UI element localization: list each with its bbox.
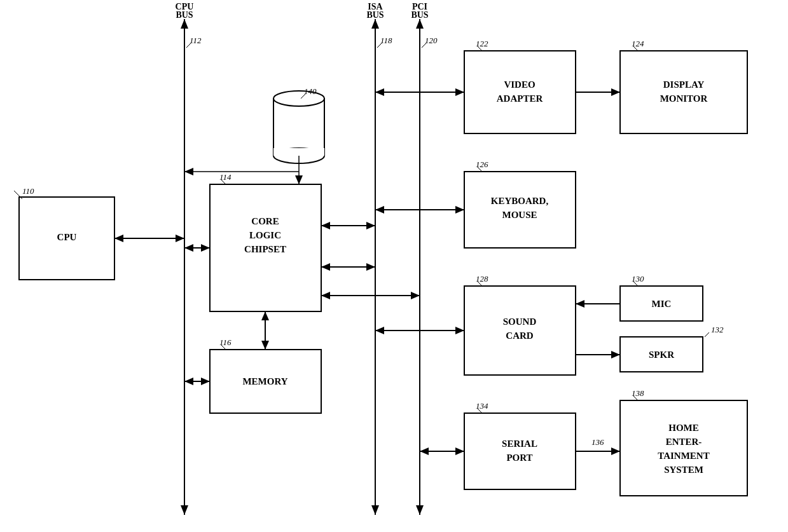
pcibus-serial-arrowleft: [420, 447, 429, 455]
cpu-cpubus-arrowright: [176, 235, 184, 242]
pcibus-ref: 120: [425, 36, 438, 45]
pci-bus-arrow-down: [416, 505, 424, 515]
isa-bus-label2: BUS: [366, 10, 384, 20]
isabus-ref: 118: [380, 36, 392, 45]
core-logic-label1: CORE: [251, 216, 279, 226]
video-adapter-ref: 122: [476, 39, 488, 48]
core-logic-label3: CHIPSET: [244, 244, 286, 254]
storage-ref: 140: [304, 86, 317, 96]
keyboard-mouse-label2: MOUSE: [502, 210, 537, 220]
display-monitor-ref: 124: [632, 39, 644, 48]
cpubus-corelogic-arrowright: [201, 244, 210, 252]
storage-corelogic-arrow: [295, 175, 303, 184]
storage-cpubus-arrow: [184, 168, 193, 175]
display-monitor-box: [620, 51, 747, 133]
isabus-video-arrowleft: [375, 88, 384, 96]
serial-port-ref: 134: [476, 401, 488, 411]
home-ent-label3: TAINMENT: [658, 451, 709, 461]
diagram-container: CPU 110 CPU BUS 112 CORE LOGIC CHIPSET 1…: [0, 0, 788, 532]
isabus-keyboard-arrowright: [455, 206, 464, 214]
sound-card-label2: CARD: [506, 331, 533, 341]
soundcard-mic-arrowleft: [576, 300, 584, 308]
svg-line-5: [377, 43, 382, 48]
corelogic-isabus-arrowright2: [366, 263, 375, 271]
isabus-soundcard-arrowright: [455, 327, 464, 334]
core-logic-ref: 114: [219, 172, 232, 182]
pcibus-serial-arrowright: [455, 447, 464, 455]
video-display-arrow: [611, 88, 620, 96]
corelogic-memory-arrowup: [261, 311, 269, 320]
spkr-label: SPKR: [649, 350, 674, 360]
video-adapter-box: [464, 51, 576, 133]
cpu-label: CPU: [57, 232, 77, 242]
display-monitor-label1: DISPLAY: [663, 79, 705, 90]
cpu-ref: 110: [22, 186, 34, 196]
storage-top: [273, 91, 324, 106]
mic-ref: 130: [632, 274, 644, 283]
memory-cpubus-arrowleft: [184, 378, 193, 385]
corelogic-pcibus-arrowright: [411, 292, 420, 299]
keyboard-mouse-label1: KEYBOARD,: [491, 196, 549, 206]
spkr-ref: 132: [711, 325, 724, 334]
video-adapter-label2: ADAPTER: [497, 93, 543, 104]
serial-port-label2: PORT: [506, 453, 532, 463]
home-ent-label1: HOME: [668, 423, 699, 433]
core-logic-label2: LOGIC: [249, 230, 281, 240]
corelogic-isabus-arrowleft2: [321, 263, 330, 271]
video-adapter-label1: VIDEO: [504, 79, 535, 90]
cpu-bus-arrow-up: [181, 19, 188, 29]
keyboard-mouse-ref: 126: [476, 160, 488, 169]
home-ent-ref: 138: [632, 388, 644, 398]
svg-line-1: [186, 43, 191, 48]
pci-bus-arrow-up: [416, 19, 424, 29]
memory-label: MEMORY: [242, 376, 287, 386]
storage-body: [273, 99, 324, 156]
corelogic-pcibus-arrowleft: [321, 292, 330, 299]
cpu-cpubus-arrowleft: [114, 235, 123, 242]
sound-card-label1: SOUND: [503, 317, 537, 327]
display-monitor-label2: MONITOR: [660, 93, 708, 104]
memory-ref: 116: [219, 338, 232, 347]
cpu-bus-arrow-down: [181, 505, 188, 515]
soundcard-spkr-arrowright: [611, 351, 620, 358]
home-entertainment-box: [620, 400, 747, 496]
cpubus-ref: 112: [190, 36, 202, 45]
home-ent-label4: SYSTEM: [664, 465, 703, 475]
serial-port-label1: SERIAL: [502, 439, 537, 449]
cpu-bus-label2: BUS: [176, 10, 193, 20]
memory-cpubus-arrowright: [201, 378, 210, 385]
corelogic-isabus-arrowleft1: [321, 222, 330, 229]
mic-label: MIC: [652, 299, 672, 309]
svg-line-0: [14, 191, 22, 199]
storage-cover: [273, 148, 324, 156]
pci-bus-label2: BUS: [411, 10, 428, 20]
svg-line-6: [422, 43, 426, 48]
svg-line-12: [705, 332, 709, 337]
corelogic-isabus-arrowright1: [366, 222, 375, 229]
isa-bus-arrow-down: [371, 505, 379, 515]
sound-card-ref: 128: [476, 274, 488, 283]
cpubus-corelogic-arrowleft: [184, 244, 193, 252]
serial-home-arrow: [611, 447, 620, 455]
isabus-keyboard-arrowleft: [375, 206, 384, 214]
corelogic-memory-arrowdown: [261, 341, 269, 350]
isa-bus-arrow-up: [371, 19, 379, 29]
isabus-soundcard-arrowleft: [375, 327, 384, 334]
serial-home-ref: 136: [591, 437, 604, 447]
serial-port-box: [464, 413, 576, 489]
home-ent-label2: ENTER-: [666, 437, 702, 447]
